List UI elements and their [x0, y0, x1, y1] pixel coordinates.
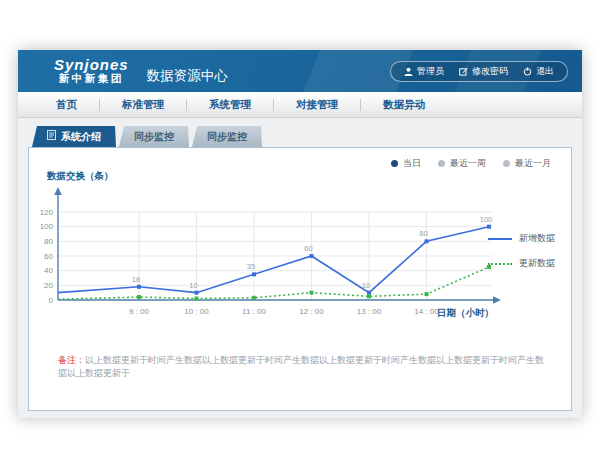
nav-item-system-mgmt[interactable]: 系统管理	[187, 98, 273, 112]
svg-text:13 : 00: 13 : 00	[357, 307, 382, 316]
user-menu: 管理员 修改密码 退出	[390, 61, 568, 82]
svg-text:20: 20	[44, 281, 53, 290]
svg-text:9 : 00: 9 : 00	[129, 307, 150, 316]
logo-text-en: Synjones	[54, 57, 129, 74]
tab-sync-monitor-1[interactable]: 同步监控	[119, 126, 189, 147]
svg-text:18: 18	[132, 275, 140, 284]
svg-text:40: 40	[44, 266, 53, 275]
svg-text:0: 0	[49, 296, 54, 305]
logo-text-cn: 新中新集团	[54, 73, 129, 85]
tab-sync-monitor-2[interactable]: 同步监控	[192, 126, 262, 147]
chart-legend: 新增数据 更新数据	[488, 232, 555, 282]
logout-button[interactable]: 退出	[523, 65, 554, 78]
nav-item-data-change[interactable]: 数据异动	[361, 98, 447, 112]
user-icon	[404, 67, 413, 76]
svg-text:100: 100	[480, 215, 493, 224]
svg-text:35: 35	[247, 262, 255, 271]
svg-text:10: 10	[189, 281, 197, 290]
svg-text:10 : 00: 10 : 00	[184, 307, 209, 316]
legend-line-sample	[488, 263, 512, 265]
main-nav: 首页 标准管理 系统管理 对接管理 数据异动	[18, 92, 582, 118]
page-title: 数据资源中心	[147, 67, 228, 85]
nav-item-home[interactable]: 首页	[34, 98, 99, 112]
chart-panel: 当日 最近一周 最近一月 0204060801001209 : 0010 : 0…	[28, 147, 572, 411]
legend-label: 更新数据	[519, 257, 555, 270]
svg-text:10: 10	[362, 281, 370, 290]
edit-icon	[459, 67, 468, 76]
svg-text:12 : 00: 12 : 00	[299, 307, 324, 316]
tab-label: 同步监控	[134, 126, 174, 147]
content-area: 系统介绍 同步监控 同步监控 当日 最近一周	[18, 118, 582, 418]
legend-line-sample	[488, 238, 512, 240]
svg-text:60: 60	[304, 244, 312, 253]
svg-text:数据交换（条）: 数据交换（条）	[46, 170, 114, 182]
header: Synjones 新中新集团 数据资源中心 管理员 修改密码 退出	[18, 50, 582, 92]
footnote: 备注：以上数据更新于时间产生数据以上数据更新于时间产生数据以上数据更新于时间产生…	[58, 354, 550, 379]
tab-label: 系统介绍	[61, 126, 101, 147]
svg-text:80: 80	[44, 237, 53, 246]
app-window: Synjones 新中新集团 数据资源中心 管理员 修改密码 退出 首页 标准管…	[18, 50, 582, 418]
power-icon	[523, 67, 532, 76]
tab-system-intro[interactable]: 系统介绍	[32, 126, 116, 147]
nav-item-standard-mgmt[interactable]: 标准管理	[100, 98, 186, 112]
change-password-button[interactable]: 修改密码	[459, 65, 508, 78]
exchange-chart-svg: 0204060801001209 : 0010 : 0011 : 0012 : …	[37, 164, 507, 332]
svg-text:11 : 00: 11 : 00	[242, 307, 266, 316]
legend-item-updated-data: 更新数据	[488, 257, 555, 270]
svg-text:日期（小时）: 日期（小时）	[437, 307, 494, 319]
legend-label: 新增数据	[519, 232, 555, 245]
change-password-label: 修改密码	[472, 65, 508, 78]
tab-label: 同步监控	[207, 126, 247, 147]
document-icon	[47, 126, 56, 147]
radio-label: 最近一月	[515, 157, 551, 170]
logout-label: 退出	[536, 65, 554, 78]
company-logo: Synjones 新中新集团	[54, 57, 129, 85]
svg-text:60: 60	[44, 252, 53, 261]
tab-bar: 系统介绍 同步监控 同步监控	[32, 126, 262, 147]
admin-user-label: 管理员	[417, 65, 444, 78]
admin-user-button[interactable]: 管理员	[404, 65, 444, 78]
svg-text:80: 80	[419, 229, 427, 238]
legend-item-new-data: 新增数据	[488, 232, 555, 245]
svg-text:100: 100	[40, 222, 54, 231]
nav-item-interface-mgmt[interactable]: 对接管理	[274, 98, 360, 112]
footnote-prefix: 备注：	[58, 355, 85, 365]
svg-text:120: 120	[40, 208, 54, 217]
svg-text:14 : 00: 14 : 00	[414, 307, 439, 316]
radio-last-month[interactable]: 最近一月	[503, 157, 551, 170]
footnote-text: 以上数据更新于时间产生数据以上数据更新于时间产生数据以上数据更新于时间产生数据以…	[58, 355, 544, 378]
